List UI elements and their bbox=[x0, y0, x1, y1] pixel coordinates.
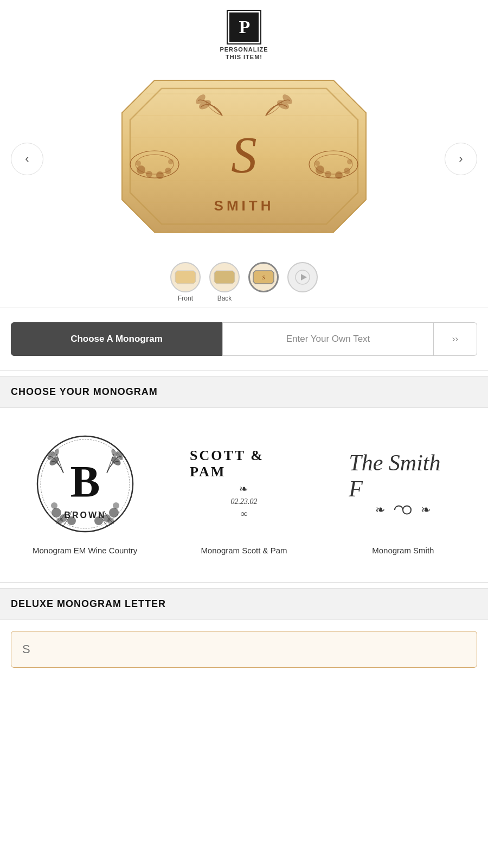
prev-arrow[interactable]: ‹ bbox=[11, 143, 43, 175]
cutting-board-svg: S SMITH bbox=[114, 72, 374, 240]
svg-point-23 bbox=[347, 159, 352, 164]
svg-point-49 bbox=[109, 508, 119, 518]
tab-choose-monogram[interactable]: Choose A Monogram bbox=[11, 322, 222, 356]
deluxe-section-header: DELUXE MONOGRAM LETTER bbox=[0, 588, 488, 620]
tab-enter-text[interactable]: Enter Your Own Text bbox=[222, 322, 434, 356]
tab-more[interactable]: ›› bbox=[434, 322, 477, 356]
thumb-front-label: Front bbox=[178, 295, 193, 302]
thumbnail-row: Front Back S bbox=[0, 262, 488, 302]
svg-point-22 bbox=[314, 161, 320, 166]
thumbnail-back[interactable]: Back bbox=[209, 262, 240, 302]
logo-area: P PERSONALIZETHIS ITEM! bbox=[0, 0, 488, 67]
monogram-smith-label: Monogram Smith bbox=[372, 546, 434, 555]
deluxe-input-container bbox=[0, 620, 488, 679]
deluxe-section-title: DELUXE MONOGRAM LETTER bbox=[11, 598, 166, 609]
monogram-card-wine-country[interactable]: B BROWN Monogram EM Wine Country bbox=[5, 424, 164, 560]
svg-point-11 bbox=[146, 171, 152, 177]
smith-infinity-flourish bbox=[389, 502, 416, 518]
product-image-area: ‹ bbox=[0, 67, 488, 257]
thumb-play-circle bbox=[287, 262, 318, 292]
monogram-grid: B BROWN Monogram EM Wine Country SCOTT &… bbox=[0, 408, 488, 577]
monogram-scott-pam-label: Monogram Scott & Pam bbox=[201, 546, 287, 555]
scott-pam-flourish-bottom: ∞ bbox=[241, 508, 248, 520]
next-arrow[interactable]: › bbox=[445, 143, 477, 175]
monogram-card-smith[interactable]: The Smith F ❧ ❧ Monogram Smith bbox=[324, 424, 483, 560]
divider-1 bbox=[0, 308, 488, 308]
svg-point-21 bbox=[344, 168, 350, 174]
thumb-back-label: Back bbox=[217, 295, 232, 302]
tab-row: Choose A Monogram Enter Your Own Text ›› bbox=[0, 314, 488, 365]
smith-flourish-left: ❧ bbox=[375, 503, 385, 517]
monogram-smith-image: The Smith F ❧ ❧ bbox=[349, 430, 457, 538]
svg-marker-35 bbox=[301, 274, 307, 280]
scott-pam-date: 02.23.02 bbox=[230, 497, 257, 506]
scott-pam-names: SCOTT & PAM bbox=[190, 448, 298, 480]
svg-text:B: B bbox=[70, 457, 100, 506]
svg-text:SMITH: SMITH bbox=[214, 197, 274, 214]
logo-text: PERSONALIZETHIS ITEM! bbox=[220, 46, 268, 61]
monogram-wine-country-label: Monogram EM Wine Country bbox=[33, 546, 137, 555]
deluxe-section: DELUXE MONOGRAM LETTER bbox=[0, 588, 488, 679]
svg-point-20 bbox=[335, 171, 343, 179]
svg-point-19 bbox=[325, 171, 331, 177]
divider-3 bbox=[0, 582, 488, 583]
divider-2 bbox=[0, 370, 488, 371]
monogram-section-header: CHOOSE YOUR MONOGRAM bbox=[0, 376, 488, 408]
svg-point-15 bbox=[168, 159, 174, 164]
svg-point-13 bbox=[165, 168, 171, 174]
monogram-section-title: CHOOSE YOUR MONOGRAM bbox=[11, 386, 158, 397]
monogram-wine-country-image: B BROWN bbox=[31, 430, 139, 538]
svg-text:S: S bbox=[262, 275, 265, 280]
thumb-front-circle bbox=[170, 262, 201, 292]
svg-point-52 bbox=[113, 502, 119, 509]
svg-point-47 bbox=[51, 502, 57, 509]
smith-text-the: The Smith F bbox=[349, 450, 457, 502]
thumbnail-engraved[interactable]: S bbox=[248, 262, 279, 302]
svg-text:BROWN: BROWN bbox=[64, 510, 106, 520]
svg-marker-31 bbox=[214, 271, 235, 284]
thumb-back-circle bbox=[209, 262, 240, 292]
svg-point-44 bbox=[52, 508, 61, 518]
monogram-card-scott-pam[interactable]: SCOTT & PAM ❧ 02.23.02 ∞ Monogram Scott … bbox=[164, 424, 323, 560]
svg-point-14 bbox=[136, 161, 141, 166]
deluxe-letter-input[interactable] bbox=[11, 631, 477, 668]
logo-p-icon: P bbox=[228, 11, 260, 43]
svg-marker-30 bbox=[175, 271, 196, 284]
svg-point-12 bbox=[156, 171, 164, 179]
svg-point-10 bbox=[137, 165, 145, 174]
svg-point-18 bbox=[316, 165, 324, 174]
logo-box: P PERSONALIZETHIS ITEM! bbox=[220, 11, 268, 61]
thumbnail-front[interactable]: Front bbox=[170, 262, 201, 302]
scott-pam-flourish-top: ❧ bbox=[239, 482, 248, 495]
thumbnail-play[interactable] bbox=[287, 262, 318, 302]
monogram-scott-pam-image: SCOTT & PAM ❧ 02.23.02 ∞ bbox=[190, 430, 298, 538]
thumb-engraved-circle: S bbox=[248, 262, 279, 292]
cutting-board-display: S SMITH bbox=[114, 72, 374, 246]
smith-flourish-right: ❧ bbox=[421, 503, 431, 517]
svg-text:S: S bbox=[231, 126, 257, 184]
scott-pam-design: SCOTT & PAM ❧ 02.23.02 ∞ bbox=[190, 448, 298, 520]
smith-design: The Smith F ❧ ❧ bbox=[349, 450, 457, 518]
